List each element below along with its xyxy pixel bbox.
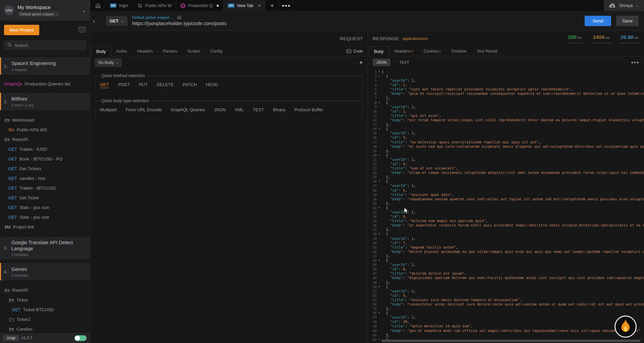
search-icon [7, 42, 12, 48]
fold-toggle-icon[interactable]: ▾ [377, 127, 382, 131]
response-more-icon[interactable]: ●●● [631, 60, 639, 65]
fold-toggle-icon[interactable]: ▾ [377, 153, 382, 157]
code-line: 42 "body": "dolore placeat quibusdam ea … [368, 250, 644, 254]
sidebar-folder[interactable]: WebSocket [0, 115, 90, 125]
chip-json[interactable]: JSON [214, 107, 226, 112]
sidebar-link-item[interactable]: GraphQLProduction Queries list [0, 78, 90, 89]
sidebar-folder[interactable]: Ticker2 [0, 315, 90, 324]
send-button[interactable]: Send [585, 16, 611, 26]
chip-head[interactable]: HEAD [206, 82, 218, 88]
sidebar-request-item[interactable]: GETcandles - hist [0, 174, 90, 183]
fold-toggle-icon[interactable]: ▾ [377, 70, 382, 74]
code-line: 35 "title": "dolorem eum magni eos aperi… [368, 219, 644, 223]
sidebar-request-item[interactable]: GETTrades - tBTCUSD [0, 183, 90, 193]
sidebar-request-item[interactable]: GETGet Tickers [0, 164, 90, 174]
view-tab-json[interactable]: JSON [373, 59, 390, 66]
tab-headers[interactable]: Headers [132, 46, 158, 56]
chip-post[interactable]: POST [118, 82, 130, 88]
collapse-sidebar-icon[interactable]: ‹ [90, 17, 99, 25]
method-dropdown[interactable]: GET ⌄ [106, 16, 127, 26]
code-text: "userId": 1, [382, 236, 644, 241]
api-badge-icon: API [228, 3, 234, 8]
eye-icon[interactable] [177, 16, 182, 19]
save-button[interactable]: Save [616, 16, 639, 26]
sidebar-project-item[interactable]: 2.Bitfinex2 mod / 1 req [0, 93, 90, 110]
user-menu[interactable]: Shreya ⌄ [604, 0, 644, 11]
view-tab-text[interactable]: TEXT [396, 59, 413, 66]
tab-config[interactable]: Config [205, 46, 227, 56]
sidebar-folder[interactable]: RestAPI [0, 135, 90, 144]
snap-toggle[interactable] [74, 335, 87, 341]
workspace-header[interactable]: MW My Workspace Default global snippet ⌄… [0, 0, 90, 21]
sidebar-folder[interactable]: Ticker [0, 295, 90, 305]
sidebar-request-item[interactable]: MdProject link [0, 222, 90, 232]
tab-body[interactable]: Body [91, 46, 111, 56]
tab-headers[interactable]: Headers17 [389, 46, 419, 56]
chip-get[interactable]: GET [100, 82, 109, 88]
new-project-button[interactable]: New Project [4, 25, 39, 35]
status-size: 26.88 Kb [620, 34, 639, 43]
tab-auths[interactable]: Auths [111, 46, 132, 56]
close-icon[interactable]: × [258, 3, 261, 8]
sidebar-project-item[interactable]: 3.Google Translate API Detect Language2 … [0, 237, 90, 259]
firecamp-logo[interactable] [614, 316, 637, 338]
chip-patch[interactable]: PATCH [183, 82, 197, 88]
fold-toggle-icon[interactable]: ▾ [377, 179, 382, 184]
fold-toggle-icon[interactable]: ▾ [377, 337, 382, 342]
fold-toggle-icon[interactable]: ▾ [377, 258, 382, 263]
sidebar-request-item[interactable]: GETTrades - fUSD [0, 144, 90, 154]
sidebar-request-item[interactable]: GETGet Ticker [0, 193, 90, 203]
workspace-chevron-icon[interactable]: ⌄ [82, 8, 86, 13]
new-tab-button[interactable]: + [265, 0, 279, 11]
tab-overflow-button[interactable]: ●●● [279, 0, 293, 11]
code-text: "userId": 1, [382, 210, 644, 214]
tab-params[interactable]: Params [158, 46, 182, 56]
sidebar-folder[interactable]: RestAPI [0, 285, 90, 295]
home-tab[interactable] [90, 0, 106, 11]
sidebar-request-item[interactable]: WsPublic APIs WS [0, 125, 90, 135]
search-box[interactable] [4, 41, 86, 50]
tab-timeline[interactable]: Timeline [446, 46, 472, 56]
folder-open-icon [5, 288, 10, 292]
chip-binary[interactable]: Binary [273, 107, 285, 112]
fold-toggle-icon[interactable]: ▾ [377, 74, 382, 78]
snippet-selector[interactable]: Default global snippet ⌄ [132, 15, 585, 19]
fold-toggle-icon[interactable]: ▾ [377, 100, 382, 105]
tab-public-apis-w[interactable]: Public APIs W [133, 0, 176, 11]
fold-toggle-icon[interactable]: ▾ [377, 232, 382, 236]
sidebar-project-item[interactable]: 1.SpaceX Engineering1 request [0, 57, 90, 75]
fold-toggle-icon[interactable]: ▾ [377, 206, 382, 210]
chip-text[interactable]: TEXT [253, 107, 264, 112]
tab-login[interactable]: APIlogin [106, 0, 133, 11]
chip-graphql-queries[interactable]: GraphQL Queries [171, 107, 205, 112]
tab-scripts[interactable]: Scripts [182, 46, 205, 56]
sidebar-request-item[interactable]: GETStats - pos size [0, 203, 90, 212]
tab-production-q[interactable]: Production Q [176, 0, 223, 11]
sidebar-request-item[interactable]: GETBook - tBTCUSD - PO [0, 154, 90, 164]
search-input[interactable] [14, 43, 83, 48]
chip-xml[interactable]: XML [235, 107, 244, 112]
url-input[interactable]: https://jsonplaceholder.typicode.com/pos… [132, 20, 585, 26]
sidebar-project-item[interactable]: 4.Gemini2 modules [0, 263, 90, 280]
add-icon[interactable]: + [359, 59, 363, 66]
fold-toggle-icon[interactable]: ▾ [377, 311, 382, 315]
chip-protocol-buffer[interactable]: Protocol Buffer [294, 107, 323, 112]
tab-test-result[interactable]: Test Result [472, 46, 502, 56]
tab-cookies[interactable]: Cookies1 [419, 46, 446, 56]
code-button[interactable]: Code [346, 49, 363, 54]
body-type-dropdown[interactable]: No Body ⌄ [95, 58, 122, 67]
sidebar-request-item[interactable]: GETStats - pos size [0, 212, 90, 222]
chip-delete[interactable]: DELETE [157, 82, 174, 88]
chip-multipart[interactable]: Multipart [100, 107, 117, 112]
chip-form-url-encode[interactable]: Form URL Encode [126, 107, 162, 112]
code-window-icon[interactable] [78, 26, 86, 34]
sidebar-folder[interactable]: Candles [0, 324, 90, 333]
code-line: 55 }, [368, 306, 644, 311]
sidebar-request-item[interactable]: GETTicket-BTCUSD [0, 305, 90, 315]
workspace-snippet-dropdown[interactable]: Default global snippet ⌄ [17, 11, 60, 17]
tab-body[interactable]: Body [369, 46, 389, 56]
chip-put[interactable]: PUT [139, 82, 148, 88]
fold-toggle-icon[interactable]: ▾ [377, 285, 382, 289]
tab-new-tab[interactable]: APINew Tab× [223, 0, 265, 11]
horizontal-scrollbar[interactable] [381, 340, 641, 342]
